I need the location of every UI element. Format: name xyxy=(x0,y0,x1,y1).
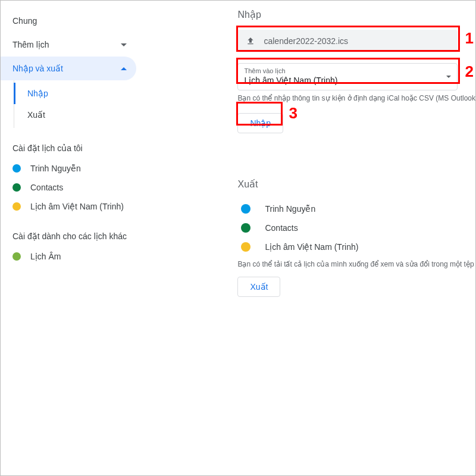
calendar-item[interactable]: Contacts xyxy=(1,178,136,197)
export-calendar-item: Trinh Nguyễn xyxy=(237,199,475,218)
caret-down-icon xyxy=(446,76,451,78)
sidebar-label: Thêm lịch xyxy=(12,40,49,49)
sidebar-label: Chung xyxy=(12,16,37,26)
sidebar-item-import-export[interactable]: Nhập và xuất xyxy=(1,57,136,80)
import-hint: Bạn có thể nhập thông tin sự kiện ở định… xyxy=(237,94,475,102)
export-calendar-item: Contacts xyxy=(237,218,475,237)
calendar-item[interactable]: Lịch âm Việt Nam (Trinh) xyxy=(1,197,136,216)
export-title: Xuất xyxy=(237,178,475,190)
import-title: Nhập xyxy=(237,9,475,20)
sidebar-sub-export[interactable]: Xuất xyxy=(14,104,136,126)
export-section: Xuất Trinh Nguyễn Contacts Lịch âm Việt … xyxy=(136,178,475,297)
calendar-item[interactable]: Trinh Nguyễn xyxy=(1,159,136,178)
import-button[interactable]: Nhập xyxy=(237,113,283,133)
sidebar-item-general[interactable]: Chung xyxy=(1,9,136,33)
export-calendar-label: Contacts xyxy=(265,223,298,233)
chevron-down-icon xyxy=(121,43,127,46)
sidebar-heading-my-calendars: Cài đặt lịch của tôi xyxy=(1,128,136,159)
calendar-item[interactable]: Lịch Âm xyxy=(1,247,136,266)
calendar-label: Trinh Nguyễn xyxy=(30,164,81,173)
color-dot-icon xyxy=(12,252,21,261)
export-button[interactable]: Xuất xyxy=(237,277,280,297)
select-value: Lịch âm Việt Nam (Trinh) xyxy=(244,76,451,85)
color-dot-icon xyxy=(12,164,21,173)
color-dot-icon xyxy=(241,223,250,233)
export-calendar-label: Trinh Nguyễn xyxy=(265,204,315,214)
calendar-label: Contacts xyxy=(30,183,63,192)
upload-icon xyxy=(246,36,255,46)
export-calendar-item: Lịch âm Việt Nam (Trinh) xyxy=(237,237,475,256)
settings-sidebar: Chung Thêm lịch Nhập và xuất Nhập Xuất C… xyxy=(1,1,136,475)
sidebar-heading-other-calendars: Cài đặt dành cho các lịch khác xyxy=(1,216,136,247)
import-section: Nhập calender2022-2032.ics Thêm vào lịch… xyxy=(136,9,475,133)
chevron-up-icon xyxy=(121,67,127,70)
calendar-label: Lịch Âm xyxy=(30,252,61,261)
export-calendar-label: Lịch âm Việt Nam (Trinh) xyxy=(265,242,358,252)
color-dot-icon xyxy=(12,202,21,211)
sidebar-submenu: Nhập Xuất xyxy=(14,80,136,128)
color-dot-icon xyxy=(241,204,250,214)
select-label: Thêm vào lịch xyxy=(244,67,451,75)
color-dot-icon xyxy=(12,183,21,192)
sidebar-item-add-calendar[interactable]: Thêm lịch xyxy=(1,33,136,57)
calendar-label: Lịch âm Việt Nam (Trinh) xyxy=(30,202,124,211)
file-upload-field[interactable]: calender2022-2032.ics xyxy=(237,30,458,52)
file-name: calender2022-2032.ics xyxy=(264,36,348,46)
export-hint: Bạn có thể tải tất cả lịch của mình xuốn… xyxy=(237,260,475,268)
main-content: Nhập calender2022-2032.ics Thêm vào lịch… xyxy=(136,1,475,475)
sidebar-sub-import[interactable]: Nhập xyxy=(14,83,136,104)
color-dot-icon xyxy=(241,242,250,252)
sidebar-label: Nhập và xuất xyxy=(12,64,63,73)
calendar-select[interactable]: Thêm vào lịch Lịch âm Việt Nam (Trinh) xyxy=(237,63,458,90)
